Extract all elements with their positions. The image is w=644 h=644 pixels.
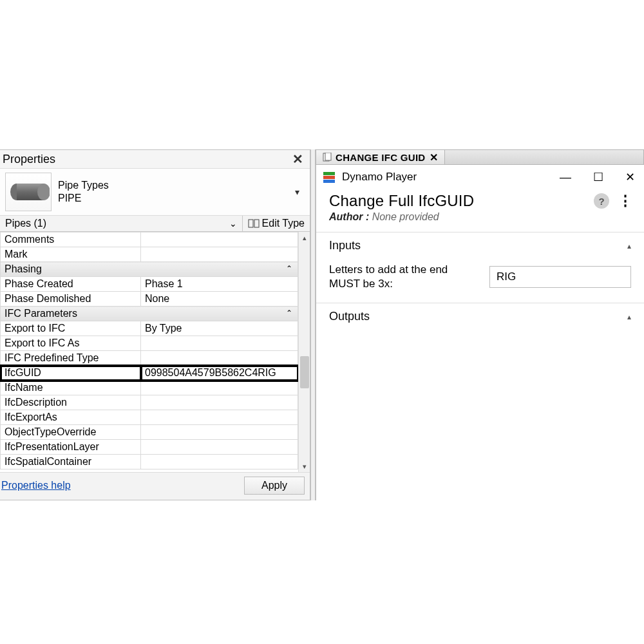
table-row: IfcDescription bbox=[1, 395, 298, 410]
dynamo-logo-icon bbox=[323, 171, 336, 184]
svg-rect-3 bbox=[249, 220, 253, 227]
properties-panel: Properties ✕ bbox=[0, 149, 310, 500]
table-row: Phase CreatedPhase 1 bbox=[1, 277, 298, 292]
document-icon bbox=[323, 153, 332, 162]
apply-button[interactable]: Apply bbox=[244, 477, 305, 495]
svg-rect-7 bbox=[323, 172, 335, 175]
chevron-up-icon: ▴ bbox=[627, 312, 631, 321]
minimize-icon[interactable]: — bbox=[560, 171, 571, 184]
type-name-label: PIPE bbox=[58, 192, 295, 205]
inputs-header[interactable]: Inputs ▴ bbox=[316, 232, 644, 259]
table-row: ObjectTypeOverride bbox=[1, 425, 298, 440]
table-row: IFC Predefined Type bbox=[1, 351, 298, 366]
table-row: Comments bbox=[1, 232, 298, 247]
properties-title: Properties bbox=[3, 153, 289, 166]
close-icon[interactable]: ✕ bbox=[430, 151, 438, 164]
edit-type-icon bbox=[248, 218, 260, 229]
chevron-down-icon[interactable]: ▾ bbox=[295, 187, 305, 197]
scroll-down-icon[interactable]: ▾ bbox=[299, 460, 310, 472]
table-row: Export to IFC As bbox=[1, 336, 298, 351]
scroll-up-icon[interactable]: ▴ bbox=[299, 232, 310, 243]
close-icon[interactable]: ✕ bbox=[289, 151, 307, 167]
chevron-down-icon: ⌄ bbox=[229, 218, 237, 229]
svg-rect-4 bbox=[254, 220, 259, 227]
dynamo-player-window: Dynamo Player — ☐ ✕ Change Full IfcGUID … bbox=[316, 165, 644, 500]
more-icon[interactable]: ⋮ bbox=[618, 193, 631, 209]
letters-input[interactable] bbox=[489, 266, 631, 288]
table-row: Mark bbox=[1, 247, 298, 262]
table-row: IfcPresentationLayer bbox=[1, 440, 298, 455]
tab-change-ifc-guid[interactable]: CHANGE IFC GUID ✕ bbox=[316, 150, 445, 164]
element-filter-dropdown[interactable]: Pipes (1) ⌄ bbox=[0, 216, 243, 231]
properties-help-link[interactable]: Properties help bbox=[1, 480, 71, 491]
scroll-thumb[interactable] bbox=[300, 356, 309, 388]
outputs-header[interactable]: Outputs ▴ bbox=[316, 303, 644, 330]
window-title: Dynamo Player bbox=[342, 171, 417, 184]
table-row: Phase DemolishedNone bbox=[1, 292, 298, 307]
svg-rect-8 bbox=[323, 176, 335, 179]
svg-rect-6 bbox=[325, 153, 331, 160]
input-label: Letters to add at the end MUST be 3x: bbox=[329, 263, 477, 291]
table-row: IfcName bbox=[1, 381, 298, 395]
svg-rect-9 bbox=[323, 180, 335, 183]
pipe-thumbnail-icon bbox=[5, 173, 52, 211]
table-row: Export to IFCBy Type bbox=[1, 321, 298, 336]
group-header-ifc-params[interactable]: IFC Parameters⌃ bbox=[1, 307, 298, 321]
properties-grid: Comments Mark Phasing⌃ Phase CreatedPhas… bbox=[0, 232, 298, 472]
help-icon[interactable]: ? bbox=[594, 193, 609, 209]
script-title: Change Full IfcGUID bbox=[329, 192, 594, 210]
table-row: IfcSpatialContainer bbox=[1, 455, 298, 469]
chevron-up-icon: ▴ bbox=[627, 242, 631, 251]
group-header-phasing[interactable]: Phasing⌃ bbox=[1, 262, 298, 277]
table-row: IfcExportAs bbox=[1, 410, 298, 425]
author-line: Author : None provided bbox=[316, 211, 644, 232]
edit-type-button[interactable]: Edit Type bbox=[243, 216, 310, 231]
maximize-icon[interactable]: ☐ bbox=[593, 170, 603, 184]
panel-divider[interactable] bbox=[310, 149, 316, 500]
close-icon[interactable]: ✕ bbox=[625, 170, 635, 184]
type-selector[interactable]: Pipe Types PIPE ▾ bbox=[0, 168, 310, 216]
scrollbar[interactable]: ▴ ▾ bbox=[298, 232, 310, 472]
row-ifcguid[interactable]: IfcGUID0998504A4579B5862C4RIG bbox=[1, 366, 298, 381]
tab-bar: CHANGE IFC GUID ✕ bbox=[316, 149, 644, 165]
type-family-label: Pipe Types bbox=[58, 179, 295, 192]
